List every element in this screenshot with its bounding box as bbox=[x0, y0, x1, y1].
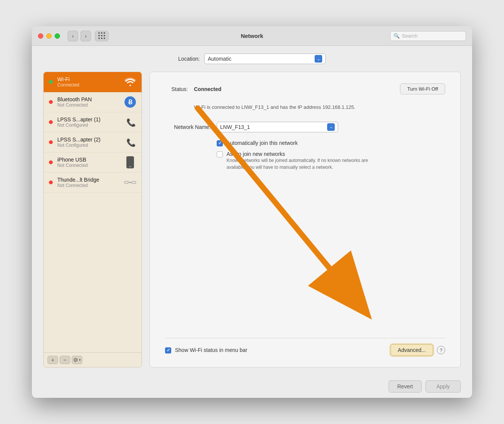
grid-icon bbox=[98, 32, 106, 39]
wifi-icon bbox=[124, 76, 136, 88]
thunder-status-dot bbox=[49, 181, 53, 184]
show-wifi-label: Show Wi-Fi status in menu bar bbox=[175, 347, 247, 353]
iphone-status-dot bbox=[49, 160, 53, 164]
sidebar-footer: + − ⚙ ▾ bbox=[44, 352, 142, 367]
ask-join-checkbox[interactable] bbox=[217, 151, 223, 157]
main-panel: Wi-Fi Connected bbox=[43, 72, 461, 367]
location-value: Automatic bbox=[208, 56, 231, 62]
show-wifi-row: ✓ Show Wi-Fi status in menu bar bbox=[165, 347, 247, 353]
remove-network-button[interactable]: − bbox=[60, 356, 70, 364]
network-name-stepper-icon: ⌄ bbox=[327, 123, 335, 131]
show-wifi-checkbox[interactable]: ✓ bbox=[165, 347, 171, 353]
lpss1-icon: 📞 bbox=[124, 116, 136, 128]
status-value: Connected bbox=[194, 86, 221, 92]
titlebar: ‹ › Network 🔍 bbox=[32, 26, 472, 46]
iphone-home-button bbox=[129, 166, 131, 167]
iphone-icon bbox=[124, 156, 136, 168]
close-button[interactable] bbox=[38, 33, 43, 39]
network-name-row: Network Name: LNW_F13_1 ⌄ bbox=[165, 122, 445, 132]
lpss2-text: LPSS S...apter (2) Not Configured bbox=[57, 137, 120, 148]
show-wifi-checkmark-icon: ✓ bbox=[167, 348, 170, 353]
sidebar-item-iphone[interactable]: iPhone USB Not Connected bbox=[44, 152, 142, 173]
forward-button[interactable]: › bbox=[80, 31, 91, 41]
thunder-name: Thunde...lt Bridge bbox=[57, 177, 120, 183]
bottom-right-controls: Advanced... ? bbox=[391, 344, 445, 356]
status-row: Status: Connected Turn Wi-Fi Off bbox=[165, 83, 445, 94]
back-button[interactable]: ‹ bbox=[68, 31, 78, 41]
forward-icon: › bbox=[85, 33, 87, 39]
iphone-name: iPhone USB bbox=[57, 157, 120, 163]
minimize-button[interactable] bbox=[46, 33, 52, 39]
maximize-button[interactable] bbox=[55, 33, 60, 39]
advanced-button[interactable]: Advanced... bbox=[391, 344, 433, 356]
wifi-sub: Connected bbox=[57, 82, 120, 88]
thunder-sub: Not Connected bbox=[57, 183, 120, 188]
traffic-lights bbox=[38, 33, 60, 39]
network-name-select[interactable]: LNW_F13_1 ⌄ bbox=[217, 122, 338, 132]
auto-join-label: Automatically join this network bbox=[227, 140, 298, 146]
help-button[interactable]: ? bbox=[437, 346, 445, 354]
sidebar-item-lpss1[interactable]: LPSS S...apter (1) Not Configured 📞 bbox=[44, 112, 142, 132]
status-label: Status: bbox=[165, 86, 188, 92]
lpss1-status-dot bbox=[49, 120, 53, 124]
iphone-sub: Not Connected bbox=[57, 163, 120, 168]
add-network-button[interactable]: + bbox=[47, 356, 58, 364]
sidebar: Wi-Fi Connected bbox=[43, 72, 142, 367]
search-input[interactable] bbox=[402, 33, 463, 39]
search-box[interactable]: 🔍 bbox=[390, 31, 466, 41]
svg-text:📞: 📞 bbox=[126, 138, 135, 147]
network-name-value: LNW_F13_1 bbox=[220, 124, 250, 130]
detail-panel: Status: Connected Turn Wi-Fi Off Wi-Fi i… bbox=[150, 72, 461, 367]
iphone-shape bbox=[126, 156, 134, 168]
ask-join-sublabel: Known networks will be joined automatica… bbox=[227, 157, 371, 171]
network-name-label: Network Name: bbox=[165, 124, 211, 130]
lpss2-name: LPSS S...apter (2) bbox=[57, 137, 120, 143]
add-icon: + bbox=[51, 357, 54, 363]
bluetooth-status-dot bbox=[49, 100, 53, 104]
checkmark-icon: ✓ bbox=[218, 141, 222, 146]
ask-join-text: Ask to join new networks Known networks … bbox=[227, 151, 371, 171]
auto-join-checkbox[interactable]: ✓ bbox=[217, 140, 223, 146]
wifi-name: Wi-Fi bbox=[57, 76, 120, 82]
grid-button[interactable] bbox=[95, 31, 109, 41]
network-window: ‹ › Network 🔍 Location: Automatic ⌄ bbox=[32, 26, 472, 398]
iphone-text: iPhone USB Not Connected bbox=[57, 157, 120, 168]
bluetooth-circle: Ƀ bbox=[124, 96, 136, 108]
location-select[interactable]: Automatic ⌄ bbox=[204, 53, 326, 64]
thunder-text: Thunde...lt Bridge Not Connected bbox=[57, 177, 120, 188]
location-label: Location: bbox=[178, 56, 200, 62]
back-icon: ‹ bbox=[72, 33, 74, 39]
location-stepper-icon: ⌄ bbox=[315, 55, 322, 63]
main-content: Location: Automatic ⌄ Wi-Fi Connected bbox=[32, 46, 472, 375]
bluetooth-sub: Not Connected bbox=[57, 102, 120, 108]
svg-rect-3 bbox=[132, 181, 136, 184]
thunder-icon bbox=[124, 176, 136, 188]
lpss2-status-dot bbox=[49, 140, 53, 144]
ask-join-label: Ask to join new networks bbox=[227, 151, 371, 157]
chevron-down-icon: ▾ bbox=[79, 358, 81, 362]
location-row: Location: Automatic ⌄ bbox=[43, 53, 461, 64]
svg-rect-2 bbox=[124, 181, 128, 184]
nav-buttons: ‹ › bbox=[68, 31, 91, 41]
lpss1-text: LPSS S...apter (1) Not Configured bbox=[57, 116, 120, 128]
minus-icon: − bbox=[63, 357, 66, 363]
sidebar-item-wifi[interactable]: Wi-Fi Connected bbox=[44, 72, 142, 92]
turn-wifi-off-button[interactable]: Turn Wi-Fi Off bbox=[400, 83, 445, 94]
apply-button[interactable]: Apply bbox=[425, 380, 461, 393]
lpss2-sub: Not Configured bbox=[57, 143, 120, 148]
gear-icon: ⚙ bbox=[73, 357, 78, 363]
status-description: Wi-Fi is connected to LNW_F13_1 and has … bbox=[194, 104, 445, 111]
lpss1-name: LPSS S...apter (1) bbox=[57, 116, 120, 122]
revert-button[interactable]: Revert bbox=[389, 380, 422, 393]
wifi-text: Wi-Fi Connected bbox=[57, 76, 120, 88]
svg-text:📞: 📞 bbox=[126, 118, 135, 127]
bottom-row: ✓ Show Wi-Fi status in menu bar Advanced… bbox=[165, 338, 445, 356]
wifi-status-dot bbox=[49, 80, 53, 84]
sidebar-item-thunder[interactable]: Thunde...lt Bridge Not Connected bbox=[44, 173, 142, 193]
ask-join-row: Ask to join new networks Known networks … bbox=[217, 151, 445, 171]
settings-button[interactable]: ⚙ ▾ bbox=[72, 356, 82, 364]
lpss1-sub: Not Configured bbox=[57, 122, 120, 128]
sidebar-item-lpss2[interactable]: LPSS S...apter (2) Not Configured 📞 bbox=[44, 132, 142, 152]
sidebar-item-bluetooth[interactable]: Bluetooth PAN Not Connected Ƀ bbox=[44, 92, 142, 112]
bluetooth-text: Bluetooth PAN Not Connected bbox=[57, 96, 120, 108]
